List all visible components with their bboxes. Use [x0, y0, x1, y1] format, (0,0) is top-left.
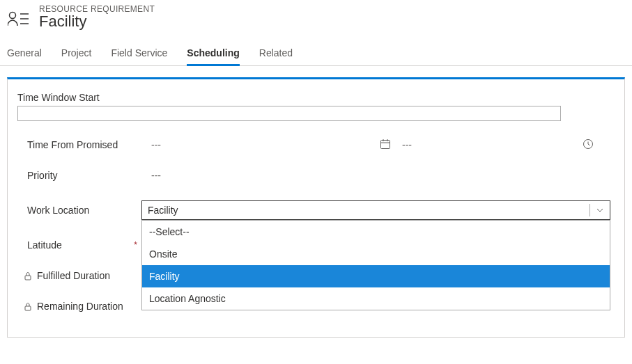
work-location-option-facility[interactable]: Facility: [142, 265, 610, 287]
page-header: RESOURCE REQUIREMENT Facility: [0, 0, 632, 32]
tab-related[interactable]: Related: [259, 47, 293, 65]
svg-point-0: [10, 13, 16, 19]
form-panel: Time Window Start Time From Promised ---…: [7, 77, 625, 338]
required-indicator: *: [134, 240, 137, 250]
time-from-promised-row: Time From Promised --- ---: [17, 129, 610, 160]
priority-label: Priority: [17, 170, 141, 181]
time-from-promised-label: Time From Promised: [17, 139, 141, 150]
person-list-icon: [6, 7, 31, 32]
time-window-start-label: Time Window Start: [17, 92, 610, 103]
calendar-icon[interactable]: [380, 139, 391, 152]
time-window-start-input[interactable]: [17, 106, 561, 121]
priority-row: Priority ---: [17, 160, 610, 191]
fulfilled-duration-label: Fulfilled Duration: [17, 270, 141, 281]
work-location-selectbox[interactable]: Facility: [141, 200, 610, 220]
work-location-dropdown: --Select-- Onsite Facility Location Agno…: [141, 220, 610, 310]
tab-scheduling[interactable]: Scheduling: [187, 47, 239, 65]
lock-icon: [23, 271, 33, 280]
remaining-duration-label: Remaining Duration: [17, 301, 141, 312]
work-location-option-select[interactable]: --Select--: [142, 221, 610, 243]
work-location-selected: Facility: [148, 205, 178, 216]
clock-icon[interactable]: [583, 139, 594, 152]
svg-rect-4: [381, 140, 390, 148]
tab-general[interactable]: General: [7, 47, 42, 65]
chevron-down-icon: [589, 204, 604, 216]
tab-bar: General Project Field Service Scheduling…: [0, 32, 632, 66]
work-location-label: Work Location: [17, 205, 141, 216]
svg-rect-13: [25, 306, 31, 310]
svg-rect-12: [25, 276, 31, 280]
latitude-label: Latitude *: [17, 239, 141, 251]
work-location-row: Work Location Facility --Select-- Onsite…: [17, 191, 610, 230]
work-location-option-onsite[interactable]: Onsite: [142, 243, 610, 265]
tab-project[interactable]: Project: [61, 47, 92, 65]
work-location-select[interactable]: Facility --Select-- Onsite Facility Loca…: [141, 200, 610, 220]
work-location-option-location-agnostic[interactable]: Location Agnostic: [142, 287, 610, 310]
priority-value[interactable]: ---: [141, 170, 610, 181]
page-title: Facility: [39, 13, 155, 31]
header-text: RESOURCE REQUIREMENT Facility: [39, 4, 155, 31]
lock-icon: [23, 302, 33, 311]
tab-field-service[interactable]: Field Service: [111, 47, 167, 65]
time-from-promised-value[interactable]: ---: [141, 139, 610, 150]
time-from-promised-date-value: ---: [402, 139, 412, 150]
